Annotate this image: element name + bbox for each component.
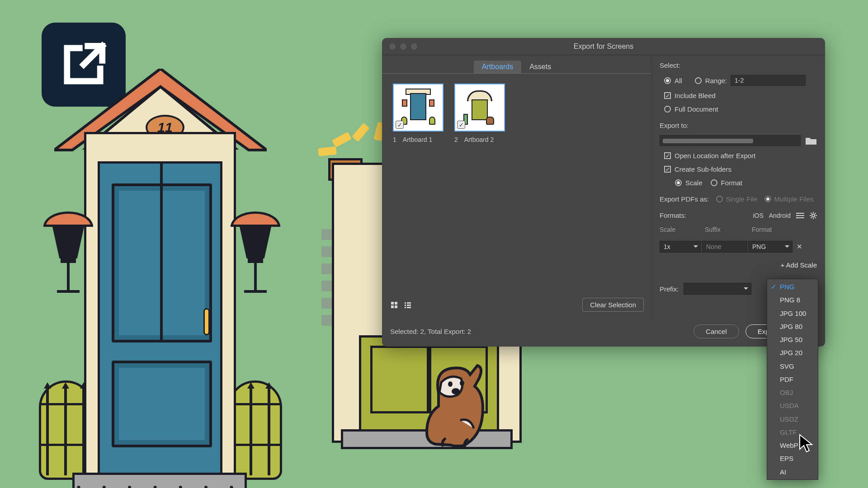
- formats-list-icon[interactable]: [796, 212, 804, 219]
- svg-rect-10: [407, 302, 411, 304]
- include-bleed-label: Include Bleed: [675, 92, 716, 99]
- format-option: USDZ: [767, 413, 818, 426]
- thumbnail-index: 2: [454, 136, 458, 143]
- radio-all-label: All: [675, 77, 682, 84]
- remove-format-row-icon[interactable]: ✕: [793, 241, 805, 253]
- export-to-label: Export to:: [660, 122, 817, 129]
- export-path-field[interactable]: [660, 135, 801, 146]
- open-location-label: Open Location after Export: [675, 152, 755, 160]
- export-pdfs-label: Export PDFs as:: [660, 195, 709, 203]
- thumbnail-checkbox[interactable]: ✓: [457, 121, 465, 129]
- formats-label: Formats:: [660, 211, 686, 219]
- view-grid-icon[interactable]: [389, 300, 399, 310]
- prefix-input[interactable]: [684, 283, 751, 295]
- selection-status: Selected: 2, Total Export: 2: [390, 328, 471, 335]
- format-option[interactable]: PDF: [767, 373, 818, 386]
- thumbnail-name: Artboard 2: [464, 136, 494, 143]
- format-option[interactable]: JPG 80: [767, 320, 818, 333]
- radio-select-all[interactable]: [664, 77, 671, 84]
- tab-artboards[interactable]: Artboards: [474, 61, 521, 73]
- svg-rect-7: [391, 305, 394, 308]
- svg-rect-11: [405, 305, 406, 306]
- svg-rect-12: [407, 305, 411, 306]
- col-scale-label: Scale: [660, 226, 705, 233]
- cancel-button[interactable]: Cancel: [693, 324, 739, 338]
- radio-select-range[interactable]: [695, 77, 702, 84]
- artboard-thumbnail[interactable]: ✓1Artboard 1: [393, 84, 443, 143]
- thumbnail-checkbox[interactable]: ✓: [396, 121, 404, 129]
- preset-android-button[interactable]: Android: [769, 212, 791, 219]
- checkbox-include-bleed[interactable]: [664, 92, 671, 99]
- range-input[interactable]: [731, 75, 806, 86]
- pdf-single-label: Single File: [726, 195, 757, 203]
- format-option[interactable]: SVG: [767, 360, 818, 373]
- radio-subfolder-scale[interactable]: [675, 179, 682, 186]
- svg-rect-6: [395, 302, 397, 305]
- radio-pdf-multiple: [764, 196, 771, 202]
- select-label: Select:: [660, 61, 817, 69]
- prefix-label: Prefix:: [660, 285, 679, 293]
- subfolder-scale-label: Scale: [685, 179, 703, 187]
- format-option[interactable]: EPS: [767, 452, 818, 465]
- radio-range-label: Range:: [705, 77, 727, 84]
- format-option: OBJ: [767, 386, 818, 399]
- svg-rect-8: [395, 305, 397, 308]
- artboard-thumbnail[interactable]: ✓2Artboard 2: [454, 84, 505, 143]
- formats-settings-icon[interactable]: [810, 212, 817, 219]
- export-for-screens-dialog: Export for Screens Artboards Assets ✓1Ar…: [382, 38, 825, 347]
- preset-ios-button[interactable]: iOS: [753, 212, 763, 219]
- create-subfolders-label: Create Sub-folders: [675, 165, 731, 173]
- full-document-label: Full Document: [675, 105, 718, 113]
- radio-pdf-single: [716, 196, 723, 202]
- svg-point-18: [797, 212, 798, 214]
- format-option[interactable]: PNG 8: [767, 293, 818, 306]
- radio-full-document[interactable]: [664, 106, 671, 113]
- tab-assets[interactable]: Assets: [521, 61, 559, 73]
- illustration-house-1: 11: [27, 69, 294, 466]
- illustration-dog: [411, 361, 493, 452]
- thumbnail-index: 1: [393, 136, 396, 143]
- svg-point-21: [812, 214, 815, 217]
- svg-rect-5: [391, 302, 394, 305]
- col-format-label: Format: [752, 226, 797, 233]
- dialog-titlebar[interactable]: Export for Screens: [382, 38, 825, 55]
- svg-rect-9: [405, 302, 406, 304]
- radio-subfolder-format[interactable]: [711, 179, 717, 186]
- format-dropdown[interactable]: PNG: [748, 241, 793, 253]
- col-suffix-label: Suffix: [705, 226, 752, 233]
- format-option[interactable]: JPG 50: [767, 333, 818, 346]
- pdf-multiple-label: Multiple Files: [774, 195, 814, 203]
- format-option[interactable]: AI: [767, 465, 818, 479]
- format-option: USDA: [767, 399, 818, 412]
- format-option[interactable]: JPG 20: [767, 346, 818, 359]
- mouse-cursor-icon: [798, 434, 815, 453]
- svg-point-3: [460, 380, 464, 386]
- browse-folder-icon[interactable]: [805, 136, 817, 145]
- checkbox-create-subfolders[interactable]: [664, 166, 671, 173]
- dialog-title: Export for Screens: [382, 42, 825, 51]
- svg-rect-13: [405, 307, 406, 308]
- svg-point-4: [452, 388, 460, 394]
- suffix-input[interactable]: None: [702, 241, 747, 253]
- svg-point-2: [448, 381, 453, 387]
- thumbnail-name: Artboard 1: [403, 136, 432, 143]
- subfolder-format-label: Format: [721, 179, 743, 187]
- add-scale-button[interactable]: + Add Scale: [660, 261, 817, 269]
- svg-rect-14: [407, 307, 411, 308]
- format-option[interactable]: PNG: [767, 280, 818, 293]
- checkbox-open-location[interactable]: [664, 152, 671, 159]
- format-option[interactable]: JPG 100: [767, 307, 818, 320]
- svg-point-19: [797, 215, 798, 216]
- clear-selection-button[interactable]: Clear Selection: [582, 298, 644, 312]
- scale-dropdown[interactable]: 1x: [660, 241, 701, 253]
- view-list-icon[interactable]: [403, 300, 413, 310]
- svg-point-20: [797, 217, 798, 218]
